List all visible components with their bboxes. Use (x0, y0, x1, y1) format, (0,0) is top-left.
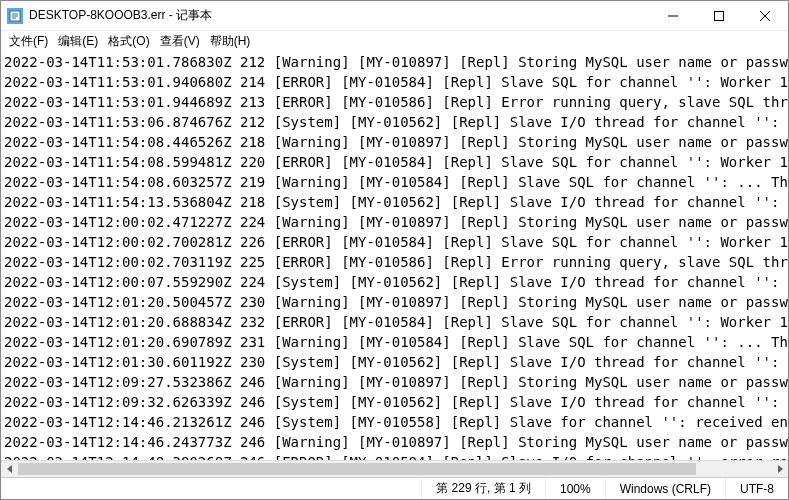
menubar: 文件(F) 编辑(E) 格式(O) 查看(V) 帮助(H) (1, 31, 788, 51)
window-controls (650, 1, 788, 30)
log-line: 2022-03-14T11:53:01.786830Z 212 [Warning… (4, 52, 785, 72)
menu-format[interactable]: 格式(O) (104, 32, 153, 51)
scroll-left-button[interactable] (1, 461, 18, 477)
status-position: 第 229 行, 第 1 列 (421, 478, 545, 499)
log-line: 2022-03-14T11:53:01.944689Z 213 [ERROR] … (4, 92, 785, 112)
window-title: DESKTOP-8KOOOB3.err - 记事本 (29, 7, 650, 24)
menu-file[interactable]: 文件(F) (5, 32, 52, 51)
svg-marker-9 (778, 465, 783, 473)
log-line: 2022-03-14T11:54:13.536804Z 218 [System]… (4, 192, 785, 212)
text-content[interactable]: 2022-03-14T11:53:01.786830Z 212 [Warning… (1, 51, 788, 460)
scroll-right-button[interactable] (771, 461, 788, 477)
log-line: 2022-03-14T11:54:08.599481Z 220 [ERROR] … (4, 152, 785, 172)
maximize-button[interactable] (696, 1, 742, 30)
log-line: 2022-03-14T12:00:07.559290Z 224 [System]… (4, 272, 785, 292)
scroll-thumb[interactable] (18, 463, 696, 475)
status-line-ending: Windows (CRLF) (605, 478, 725, 499)
status-encoding: UTF-8 (725, 478, 788, 499)
close-button[interactable] (742, 1, 788, 30)
log-line: 2022-03-14T11:53:06.874676Z 212 [System]… (4, 112, 785, 132)
scroll-track[interactable] (18, 461, 771, 477)
menu-view[interactable]: 查看(V) (156, 32, 204, 51)
log-line: 2022-03-14T12:01:30.601192Z 230 [System]… (4, 352, 785, 372)
notepad-app-icon (7, 8, 23, 24)
log-line: 2022-03-14T12:00:02.471227Z 224 [Warning… (4, 212, 785, 232)
log-line: 2022-03-14T12:01:20.500457Z 230 [Warning… (4, 292, 785, 312)
svg-marker-8 (7, 465, 12, 473)
log-line: 2022-03-14T12:00:02.700281Z 226 [ERROR] … (4, 232, 785, 252)
menu-help[interactable]: 帮助(H) (206, 32, 255, 51)
log-line: 2022-03-14T11:53:01.940680Z 214 [ERROR] … (4, 72, 785, 92)
menu-edit[interactable]: 编辑(E) (54, 32, 102, 51)
log-line: 2022-03-14T12:14:46.243773Z 246 [Warning… (4, 432, 785, 452)
log-line: 2022-03-14T12:14:48.380268Z 246 [ERROR] … (4, 452, 785, 460)
svg-rect-5 (715, 11, 724, 20)
log-line: 2022-03-14T11:54:08.603257Z 219 [Warning… (4, 172, 785, 192)
log-line: 2022-03-14T12:14:46.213261Z 246 [System]… (4, 412, 785, 432)
editor-area[interactable]: 2022-03-14T11:53:01.786830Z 212 [Warning… (1, 51, 788, 477)
status-zoom: 100% (545, 478, 605, 499)
log-line: 2022-03-14T12:09:27.532386Z 246 [Warning… (4, 372, 785, 392)
window-titlebar: DESKTOP-8KOOOB3.err - 记事本 (1, 1, 788, 31)
minimize-button[interactable] (650, 1, 696, 30)
log-line: 2022-03-14T12:00:02.703119Z 225 [ERROR] … (4, 252, 785, 272)
horizontal-scrollbar[interactable] (1, 460, 788, 477)
log-line: 2022-03-14T12:01:20.690789Z 231 [Warning… (4, 332, 785, 352)
log-line: 2022-03-14T12:01:20.688834Z 232 [ERROR] … (4, 312, 785, 332)
log-line: 2022-03-14T11:54:08.446526Z 218 [Warning… (4, 132, 785, 152)
log-line: 2022-03-14T12:09:32.626339Z 246 [System]… (4, 392, 785, 412)
statusbar: 第 229 行, 第 1 列 100% Windows (CRLF) UTF-8 (1, 477, 788, 499)
